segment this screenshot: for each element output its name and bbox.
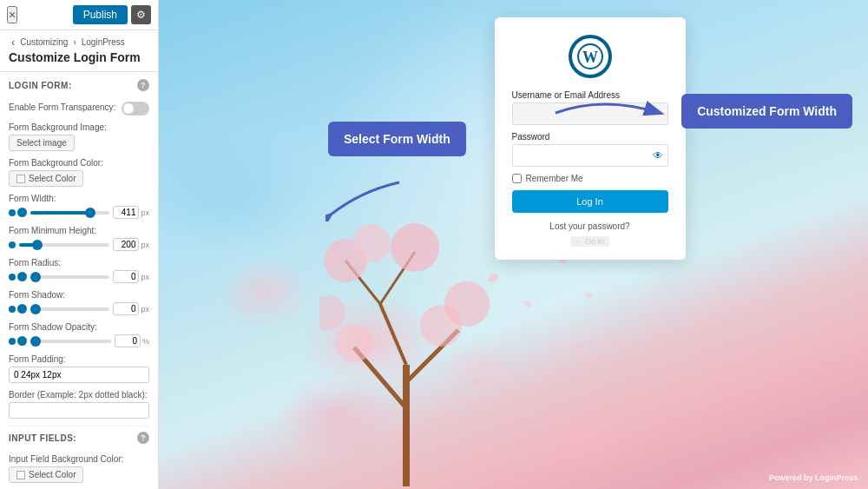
section-login-form-label: LOGIN FORM: <box>9 81 72 90</box>
color-swatch <box>16 175 25 183</box>
slider-decrease-icon-5[interactable] <box>9 338 16 345</box>
back-arrow-icon[interactable]: ‹ <box>11 36 15 49</box>
slider-increase-icon-5[interactable] <box>17 336 27 346</box>
form-padding-input[interactable] <box>9 367 149 383</box>
form-width-row: Form Width: px <box>9 194 149 219</box>
page-title: Customize Login Form <box>9 50 149 64</box>
form-shadow-opacity-input[interactable] <box>115 334 141 347</box>
form-padding-label: Form Padding: <box>9 354 149 364</box>
slider-increase-icon-4[interactable] <box>17 304 27 314</box>
goto-row: ← Go to <box>512 236 668 246</box>
info-icon[interactable]: ? <box>137 79 149 91</box>
form-min-height-track[interactable] <box>19 243 109 247</box>
slider-icons-3 <box>9 272 27 281</box>
select-image-button[interactable]: Select image <box>9 135 75 151</box>
slider-icons-2 <box>9 241 16 248</box>
form-shadow-opacity-thumb[interactable] <box>30 336 41 347</box>
svg-point-17 <box>470 378 480 386</box>
callout-form-width: Customized Form Width <box>681 94 852 129</box>
form-width-track[interactable] <box>30 211 109 215</box>
input-bg-color-row: Input Field Background Color: Select Col… <box>9 454 149 483</box>
form-width-input[interactable] <box>113 206 139 219</box>
select-color-button-2[interactable]: Select Color <box>9 466 83 483</box>
wp-logo: W <box>512 35 668 78</box>
form-width-unit: px <box>141 208 149 217</box>
form-shadow-opacity-value-box: % <box>115 334 149 347</box>
form-shadow-unit: px <box>141 305 149 314</box>
form-radius-track[interactable] <box>30 275 109 279</box>
slider-icons-4 <box>9 304 27 314</box>
border-input[interactable] <box>9 402 149 419</box>
breadcrumb-area: ‹ Customizing › LoginPress Customize Log… <box>0 30 158 72</box>
form-padding-row: Form Padding: <box>9 354 149 383</box>
section-divider <box>9 426 149 426</box>
slider-icons <box>9 208 27 217</box>
select-color-button[interactable]: Select Color <box>9 170 83 187</box>
form-shadow-opacity-track[interactable] <box>30 340 111 343</box>
breadcrumb-loginpress[interactable]: LoginPress <box>82 37 125 47</box>
lost-password-link[interactable]: Lost your password? <box>512 221 668 231</box>
callout-select-form-width: Select Form Width <box>328 122 466 156</box>
info-icon-2[interactable]: ? <box>137 432 149 444</box>
gear-button[interactable]: ⚙ <box>131 5 151 24</box>
form-width-value-box: px <box>113 206 149 219</box>
svg-point-8 <box>391 223 439 272</box>
goto-link[interactable]: ← Go to <box>570 236 610 247</box>
svg-point-12 <box>444 281 490 327</box>
form-shadow-opacity-slider-row: % <box>9 334 149 347</box>
slider-decrease-icon[interactable] <box>9 209 16 216</box>
form-shadow-opacity-unit: % <box>142 337 149 346</box>
form-radius-unit: px <box>141 273 149 281</box>
form-shadow-opacity-label: Form Shadow Opacity: <box>9 322 149 332</box>
svg-point-18 <box>584 292 592 299</box>
wordpress-logo-svg: W <box>577 43 603 69</box>
slider-decrease-icon-3[interactable] <box>9 274 16 281</box>
form-width-fill <box>30 211 90 215</box>
form-min-height-slider-row: px <box>9 238 149 251</box>
bg-image-label: Form Background Image: <box>9 122 149 132</box>
form-shadow-slider-row: px <box>9 302 149 315</box>
form-width-thumb[interactable] <box>85 208 95 218</box>
breadcrumb-customizing[interactable]: Customizing <box>20 37 68 47</box>
enable-transparency-toggle[interactable] <box>122 102 149 116</box>
login-button[interactable]: Log In <box>512 190 668 213</box>
form-shadow-opacity-row: Form Shadow Opacity: % <box>9 322 149 347</box>
close-button[interactable]: × <box>7 6 17 23</box>
form-shadow-thumb[interactable] <box>30 304 41 314</box>
password-toggle-icon[interactable]: 👁 <box>653 149 663 162</box>
breadcrumb-separator: › <box>73 37 76 47</box>
slider-increase-icon[interactable] <box>17 208 27 217</box>
svg-point-10 <box>335 324 373 362</box>
form-radius-label: Form Radius: <box>9 258 149 268</box>
section-input-fields-header: INPUT FIELDS: ? <box>9 432 149 447</box>
publish-button[interactable]: Publish <box>73 5 128 24</box>
remember-checkbox[interactable] <box>512 174 522 183</box>
slider-decrease-icon-2[interactable] <box>9 241 16 248</box>
form-radius-row: Form Radius: px <box>9 258 149 283</box>
svg-line-3 <box>380 304 406 365</box>
form-radius-thumb[interactable] <box>30 272 41 282</box>
enable-transparency-label: Enable Form Transparency: <box>9 102 115 112</box>
remember-me-row: Remember Me <box>512 174 668 183</box>
form-shadow-track[interactable] <box>30 307 109 311</box>
svg-point-11 <box>319 295 345 330</box>
svg-point-14 <box>523 300 532 307</box>
password-input[interactable] <box>512 144 668 167</box>
form-shadow-input[interactable] <box>113 302 139 315</box>
form-shadow-label: Form Shadow: <box>9 290 149 300</box>
color-swatch-2 <box>16 471 25 479</box>
top-bar: × Publish ⚙ <box>0 0 158 30</box>
arrow-form-width-svg <box>551 87 664 139</box>
form-radius-input[interactable] <box>113 270 139 283</box>
password-field-wrapper: 👁 <box>512 144 668 167</box>
section-login-form-header: LOGIN FORM: ? <box>9 79 149 95</box>
powered-by-text: Powered by <box>769 473 813 482</box>
left-panel: × Publish ⚙ ‹ Customizing › LoginPress C… <box>0 0 159 489</box>
slider-decrease-icon-4[interactable] <box>9 306 16 313</box>
form-min-height-label: Form Minimum Height: <box>9 226 149 235</box>
main-area: W Username or Email Address Password 👁 R… <box>159 0 868 489</box>
form-min-height-input[interactable] <box>113 238 139 251</box>
slider-increase-icon-3[interactable] <box>17 272 27 281</box>
form-min-height-thumb[interactable] <box>32 240 43 250</box>
arrow-select-form-svg <box>326 174 404 221</box>
